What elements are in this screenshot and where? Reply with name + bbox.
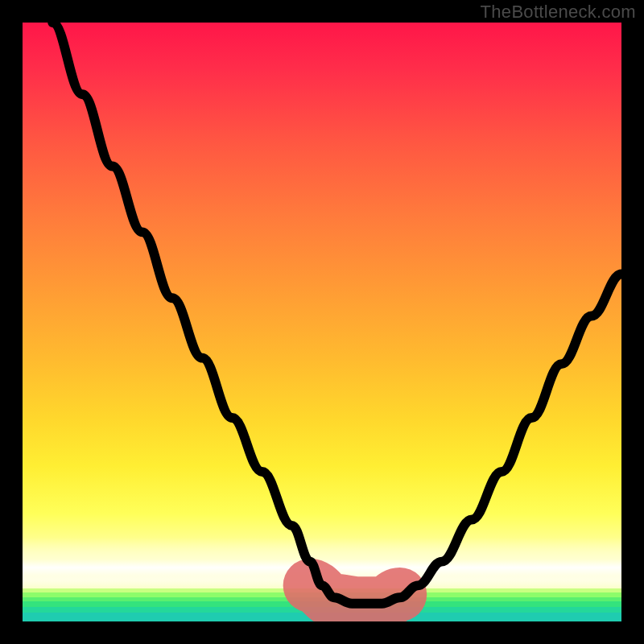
plot-area [23, 23, 621, 621]
curve-layer [23, 23, 621, 621]
v-curve-path [52, 23, 621, 604]
chart-frame: TheBottleneck.com [0, 0, 644, 644]
watermark-text: TheBottleneck.com [481, 2, 636, 23]
